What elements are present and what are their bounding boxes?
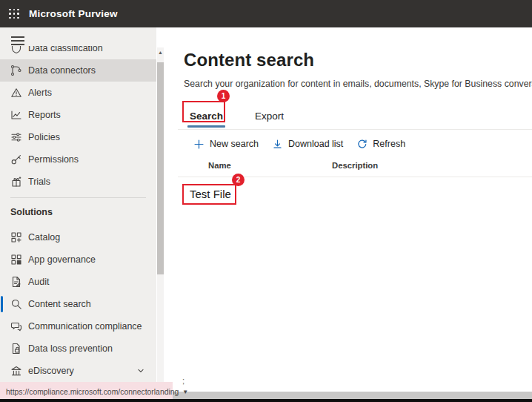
sidebar-item-label: Communication compliance: [28, 321, 142, 332]
sidebar-item-label: eDiscovery: [28, 366, 74, 376]
scroll-up-arrow-icon[interactable]: ▲: [157, 47, 164, 58]
chat-bubbles-icon: [10, 320, 22, 332]
sidebar-item-alerts[interactable]: Alerts: [0, 82, 156, 104]
bank-icon: [10, 365, 22, 377]
refresh-button[interactable]: Refresh: [356, 138, 405, 150]
sidebar-item-label: Trials: [28, 177, 50, 187]
sidebar-item-data-classification[interactable]: Data classification: [0, 46, 156, 59]
sidebar-item-label: Data loss prevention: [28, 343, 113, 354]
grid-plus-icon: [10, 231, 22, 243]
sidebar-item-label: App governance: [28, 254, 96, 265]
status-dropdown-arrow-icon: ▼: [179, 389, 188, 399]
shield-icon: [10, 46, 22, 54]
sidebar-item-communication-compliance[interactable]: Communication compliance: [0, 315, 156, 337]
key-icon: [10, 154, 22, 165]
download-list-button[interactable]: Download list: [271, 138, 343, 150]
sidebar-nav: Data classification Data connectors Aler…: [0, 46, 156, 383]
sidebar-item-label: Audit: [28, 277, 50, 287]
sidebar-item-policies[interactable]: Policies: [0, 126, 156, 148]
document-lock-icon: [10, 343, 22, 355]
sidebar-item-data-loss-prevention[interactable]: Data loss prevention: [0, 337, 156, 360]
sidebar-item-label: Catalog: [28, 232, 60, 243]
tab-strip: Search Export: [187, 106, 286, 125]
search-icon: [10, 298, 22, 310]
button-label: Download list: [288, 139, 343, 149]
sidebar-item-label: Reports: [28, 110, 61, 120]
sliders-icon: [10, 131, 22, 143]
status-bar: https://compliance.microsoft.com/connect…: [0, 382, 173, 399]
table-header-divider: [178, 177, 532, 177]
annotation-badge-1: 1: [217, 90, 230, 102]
chart-line-icon: [10, 109, 22, 121]
table-row-test-file[interactable]: Test File: [190, 188, 231, 200]
hamburger-menu-icon[interactable]: [11, 36, 24, 45]
connectors-icon: [10, 65, 22, 76]
toolbar-divider: [178, 129, 532, 130]
sidebar-section-solutions: Solutions: [0, 198, 156, 226]
tab-active-underline: [187, 125, 225, 128]
sidebar-item-audit[interactable]: Audit: [0, 271, 156, 293]
annotation-badge-2: 2: [232, 174, 245, 186]
sidebar-item-label: Data classification: [28, 46, 103, 53]
download-icon: [271, 138, 283, 150]
alert-triangle-icon: [10, 87, 22, 99]
sidebar-item-reports[interactable]: Reports: [0, 104, 156, 126]
sidebar-item-catalog[interactable]: Catalog: [0, 226, 156, 248]
sidebar-scrollbar-thumb[interactable]: [157, 62, 164, 274]
column-header-name[interactable]: Name: [208, 161, 231, 170]
audit-document-icon: [10, 276, 22, 288]
refresh-icon: [356, 138, 368, 150]
tab-label: Export: [255, 111, 284, 122]
sidebar-item-ediscovery[interactable]: eDiscovery: [0, 360, 156, 382]
tab-label: Search: [190, 111, 223, 122]
window-edge: [0, 399, 532, 402]
plus-icon: [193, 138, 205, 150]
button-label: New search: [210, 139, 259, 149]
button-label: Refresh: [373, 139, 405, 149]
sidebar-item-label: Content search: [28, 299, 91, 309]
sidebar-item-label: Permissions: [28, 154, 79, 165]
active-indicator: [1, 296, 3, 312]
command-bar: New search Download list Refresh: [193, 136, 405, 151]
sidebar-item-content-search[interactable]: Content search: [0, 293, 156, 315]
sidebar-item-trials[interactable]: Trials: [0, 171, 156, 193]
sidebar-item-app-governance[interactable]: App governance: [0, 248, 156, 271]
sidebar-item-label: Alerts: [28, 88, 52, 98]
app-title: Microsoft Purview: [29, 8, 118, 19]
topbar: Microsoft Purview: [0, 0, 532, 27]
sidebar-item-data-connectors[interactable]: Data connectors: [0, 59, 156, 82]
sidebar-scrollbar[interactable]: ▲: [157, 47, 164, 392]
status-url: https://compliance.microsoft.com/connect…: [0, 388, 179, 399]
main-content: Content search Search your organization …: [165, 27, 532, 392]
tab-search[interactable]: Search: [187, 111, 225, 122]
page-description: Search your organization for content in …: [184, 79, 532, 89]
page-title: Content search: [184, 50, 532, 70]
table-header: Name Description: [165, 161, 532, 174]
new-search-button[interactable]: New search: [193, 138, 259, 150]
stray-character: ;: [182, 376, 184, 385]
sidebar-item-label: Policies: [28, 132, 60, 142]
app-launcher-icon[interactable]: [8, 8, 20, 20]
grid-icon: [10, 254, 22, 266]
column-header-description[interactable]: Description: [332, 161, 378, 170]
sidebar-item-permissions[interactable]: Permissions: [0, 148, 156, 171]
sidebar-item-label: Data connectors: [28, 65, 96, 76]
sidebar: Data classification Data connectors Aler…: [0, 27, 156, 402]
tab-export[interactable]: Export: [253, 111, 286, 122]
app-window: Microsoft Purview Data classification Da…: [0, 0, 532, 402]
gift-icon: [10, 176, 22, 188]
chevron-down-icon[interactable]: [136, 366, 146, 376]
